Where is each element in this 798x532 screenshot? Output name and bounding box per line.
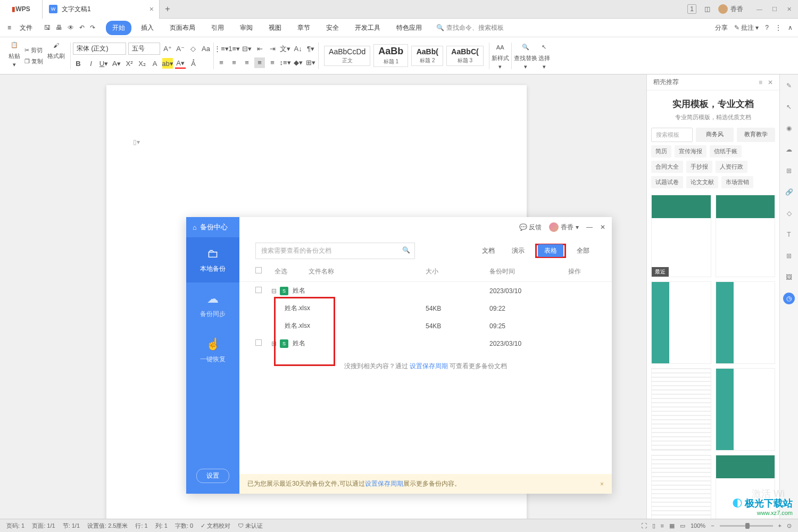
backup-search-input[interactable]: 搜索需要查看的备份文档 🔍: [255, 243, 415, 259]
view-web-icon[interactable]: ▦: [669, 522, 675, 529]
tag-item[interactable]: 论文文献: [686, 176, 718, 188]
edit-tool-icon[interactable]: ✎: [783, 80, 795, 92]
filter-sheet[interactable]: 表格: [538, 244, 563, 257]
copy-button[interactable]: ❐ 复制: [24, 57, 43, 65]
text-direction-icon[interactable]: 文▾: [280, 44, 290, 54]
share-button[interactable]: 分享: [715, 23, 728, 32]
template-card[interactable]: [716, 368, 776, 451]
panel-menu-icon[interactable]: ≡: [759, 79, 762, 86]
indent-left-icon[interactable]: ⇤: [254, 44, 265, 54]
nav-sync[interactable]: ☁ 备份同步: [186, 282, 239, 328]
cloud-icon[interactable]: ☁: [783, 144, 795, 155]
template-card[interactable]: [651, 281, 711, 364]
underline-button[interactable]: U▾: [98, 58, 109, 69]
panel-close-icon[interactable]: ✕: [768, 79, 773, 86]
layers-icon[interactable]: ◉: [783, 122, 795, 134]
tab-layout[interactable]: 页面布局: [163, 21, 202, 35]
row-checkbox[interactable]: [255, 287, 262, 293]
annotate-button[interactable]: ✎ 批注 ▾: [734, 23, 759, 32]
text-effect-button[interactable]: A: [149, 58, 160, 69]
change-case-icon[interactable]: Aa: [201, 44, 211, 54]
status-page[interactable]: 页面: 1/1: [32, 522, 55, 530]
table-row[interactable]: 姓名.xlsx 54KB 09:22: [255, 300, 596, 317]
justify-icon[interactable]: ≡: [254, 57, 265, 68]
nav-local-backup[interactable]: 🗀 本地备份: [186, 237, 239, 282]
image-icon[interactable]: 🖼: [783, 271, 795, 283]
save-icon[interactable]: 🖫: [44, 24, 51, 31]
status-col[interactable]: 列: 1: [155, 522, 168, 530]
backup-settings[interactable]: 设置: [196, 469, 229, 483]
view-outline-icon[interactable]: ≡: [661, 522, 664, 529]
font-color-button[interactable]: A▾: [175, 58, 186, 69]
find-replace-button[interactable]: 🔍 查找替换▾: [514, 41, 537, 70]
template-card[interactable]: 最近: [651, 195, 711, 277]
quick-tab-edu[interactable]: 教育教学: [737, 128, 775, 142]
close-dialog-icon[interactable]: ✕: [600, 223, 605, 231]
style-h2[interactable]: AaBb(标题 2: [411, 46, 443, 66]
wps-logo[interactable]: ▮WPS: [0, 0, 43, 19]
tab-insert[interactable]: 插入: [135, 21, 160, 35]
italic-button[interactable]: I: [86, 58, 96, 69]
table-row[interactable]: ⊟ S 姓名 2023/03/10: [255, 282, 596, 300]
shading-icon[interactable]: ◆▾: [293, 57, 303, 68]
styles-gallery[interactable]: AaBbCcDd正文 AaBb标题 1 AaBb(标题 2 AaBbC(标题 3: [321, 44, 487, 67]
shapes-icon[interactable]: ◇: [783, 207, 795, 219]
font-name-select[interactable]: 宋体 (正文): [73, 43, 126, 55]
zoom-in-icon[interactable]: +: [778, 522, 782, 529]
set-period-link[interactable]: 设置保存周期: [365, 479, 403, 488]
more-icon[interactable]: ⋮: [775, 24, 782, 31]
status-pos[interactable]: 设置值: 2.5厘米: [87, 522, 128, 530]
apps-icon[interactable]: ◫: [704, 5, 710, 13]
grow-font-icon[interactable]: A⁺: [162, 44, 173, 54]
line-spacing-icon[interactable]: ↕≡▾: [280, 57, 290, 68]
filter-all[interactable]: 全部: [570, 244, 596, 258]
table-row[interactable]: ⊞ S 姓名 2023/03/10: [255, 335, 596, 352]
tab-start[interactable]: 开始: [106, 21, 131, 35]
filter-doc[interactable]: 文档: [476, 244, 501, 258]
set-period-link[interactable]: 设置保存周期: [410, 362, 448, 370]
zoom-slider[interactable]: [720, 525, 773, 527]
clear-format-icon[interactable]: ◇: [188, 44, 198, 54]
strikethrough-button[interactable]: A̶▾: [111, 58, 122, 69]
table-icon[interactable]: ⊞: [783, 250, 795, 262]
tag-item[interactable]: 简历: [651, 145, 671, 157]
view-read-icon[interactable]: ▭: [680, 522, 685, 529]
tab-section[interactable]: 章节: [291, 21, 317, 35]
tag-item[interactable]: 合同大全: [651, 161, 683, 173]
nav-restore[interactable]: ☝ 一键恢复: [186, 328, 239, 373]
zoom-level[interactable]: 100%: [691, 522, 705, 529]
template-card[interactable]: [651, 455, 711, 519]
fit-icon[interactable]: ⊙: [787, 522, 792, 529]
template-search-input[interactable]: 搜索模板: [651, 128, 693, 142]
help-icon[interactable]: ?: [765, 24, 769, 31]
preview-icon[interactable]: 👁: [68, 24, 74, 31]
tab-special[interactable]: 特色应用: [390, 21, 428, 35]
paste-button[interactable]: 📋 粘贴▾: [9, 39, 20, 68]
minimize-dialog-icon[interactable]: —: [586, 223, 593, 231]
minimize-icon[interactable]: —: [757, 6, 762, 13]
style-h3[interactable]: AaBbC(标题 3: [446, 46, 483, 66]
multilevel-icon[interactable]: ⊟▾: [242, 44, 252, 54]
tab-review[interactable]: 审阅: [234, 21, 259, 35]
font-size-select[interactable]: 五号: [128, 43, 160, 55]
redo-icon[interactable]: ↷: [90, 24, 95, 31]
maximize-icon[interactable]: ☐: [772, 6, 777, 13]
document-tab[interactable]: W 文字文稿1 ×: [43, 0, 160, 19]
style-normal[interactable]: AaBbCcDd正文: [324, 46, 370, 66]
badge-icon[interactable]: 1: [687, 4, 696, 14]
grid-icon[interactable]: ⊞: [783, 165, 795, 177]
filter-ppt[interactable]: 演示: [505, 244, 531, 258]
command-search[interactable]: 🔍 查找命令、搜索模板: [436, 23, 504, 32]
numbering-icon[interactable]: 1≡▾: [229, 44, 239, 54]
status-proof[interactable]: ✓ 文档校对: [201, 522, 230, 530]
sort-icon[interactable]: A↓: [293, 44, 303, 54]
phonetic-button[interactable]: A̽: [188, 58, 198, 69]
link-icon[interactable]: 🔗: [783, 186, 795, 198]
highlight-button[interactable]: ab▾: [162, 58, 173, 69]
template-card[interactable]: [716, 195, 776, 277]
align-center-icon[interactable]: ≡: [229, 57, 239, 68]
style-h1[interactable]: AaBb标题 1: [373, 44, 408, 67]
template-card[interactable]: [651, 368, 711, 451]
status-section[interactable]: 节: 1/1: [63, 522, 80, 530]
zoom-out-icon[interactable]: −: [711, 522, 714, 529]
